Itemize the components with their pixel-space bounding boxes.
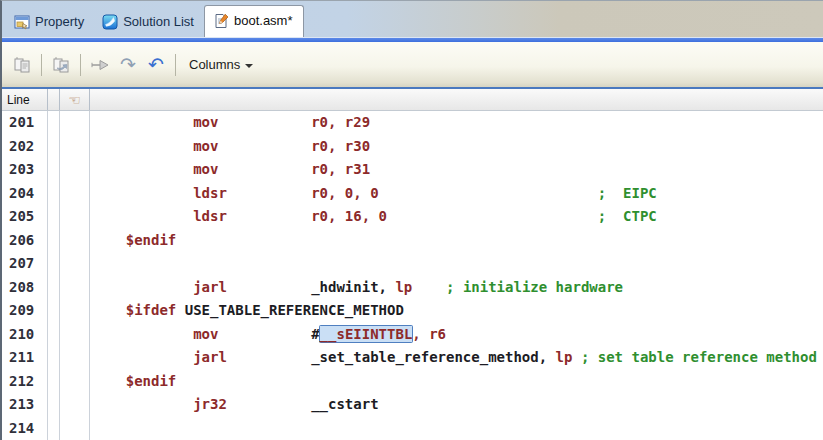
tab-boot-asm[interactable]: boot.asm* <box>204 5 304 37</box>
columns-dropdown-label: Columns <box>189 57 240 72</box>
code-line[interactable]: 208 jarl _hdwinit, lp ; initialize hardw… <box>2 276 823 300</box>
undo-button[interactable]: ↶ <box>142 51 170 79</box>
code-line[interactable]: 211 jarl _set_table_reference_method, lp… <box>2 346 823 370</box>
line-number: 213 <box>2 393 48 417</box>
marker-gutter[interactable] <box>48 393 60 417</box>
document-edit-icon <box>213 13 229 29</box>
marker-gutter[interactable] <box>48 111 60 135</box>
property-window-icon <box>14 14 30 30</box>
tab-property[interactable]: Property <box>6 8 94 37</box>
document-pair-arrow-icon <box>51 55 71 75</box>
address-gutter[interactable] <box>60 370 90 394</box>
address-gutter[interactable] <box>60 276 90 300</box>
address-gutter[interactable] <box>60 182 90 206</box>
code-line[interactable]: 210 mov #__sEIINTTBL, r6 <box>2 323 823 347</box>
address-gutter[interactable] <box>60 323 90 347</box>
address-gutter[interactable] <box>60 135 90 159</box>
solution-list-icon <box>102 14 118 30</box>
pointing-hand-icon: ☜ <box>68 92 81 108</box>
marker-gutter[interactable] <box>48 158 60 182</box>
marker-gutter[interactable] <box>48 323 60 347</box>
code-line[interactable]: 207 <box>2 252 823 276</box>
toolbar-separator <box>80 54 81 76</box>
address-gutter[interactable] <box>60 252 90 276</box>
toolbar-separator <box>41 54 42 76</box>
document-pair-icon <box>12 55 32 75</box>
code-column-header <box>90 89 823 110</box>
address-column-header: ☜ <box>60 89 90 110</box>
line-number: 207 <box>2 252 48 276</box>
editor-toolbar: ↷ ↶ Columns <box>2 42 823 87</box>
line-number: 214 <box>2 417 48 440</box>
code-line[interactable]: 204 ldsr r0, 0, 0 ; EIPC <box>2 182 823 206</box>
address-gutter[interactable] <box>60 111 90 135</box>
code-text: jr32 __cstart <box>90 393 823 417</box>
marker-gutter[interactable] <box>48 205 60 229</box>
dropdown-arrow-icon <box>245 64 253 68</box>
redo-icon: ↷ <box>120 55 136 74</box>
code-text <box>90 417 823 440</box>
code-text: mov r0, r31 <box>90 158 823 182</box>
code-text: ldsr r0, 16, 0 ; CTPC <box>90 205 823 229</box>
marker-column-header <box>48 89 60 110</box>
forward-button[interactable] <box>86 51 114 79</box>
code-line[interactable]: 201 mov r0, r29 <box>2 111 823 135</box>
forward-arrow-icon <box>89 56 111 74</box>
marker-gutter[interactable] <box>48 417 60 440</box>
address-gutter[interactable] <box>60 229 90 253</box>
editor-column-header: Line ☜ <box>2 89 823 111</box>
editor-window: Property Solution List <box>0 0 823 440</box>
code-text: mov r0, r30 <box>90 135 823 159</box>
line-number: 211 <box>2 346 48 370</box>
code-text: mov #__sEIINTTBL, r6 <box>90 323 823 347</box>
code-text: $endif <box>90 229 823 253</box>
tab-label: boot.asm* <box>234 13 293 28</box>
address-gutter[interactable] <box>60 205 90 229</box>
tab-solution-list[interactable]: Solution List <box>94 8 204 37</box>
address-gutter[interactable] <box>60 346 90 370</box>
document-compare-button[interactable] <box>8 51 36 79</box>
redo-button[interactable]: ↷ <box>114 51 142 79</box>
line-number: 210 <box>2 323 48 347</box>
marker-gutter[interactable] <box>48 276 60 300</box>
document-tab-bar: Property Solution List <box>2 1 823 37</box>
code-text: jarl _hdwinit, lp ; initialize hardware <box>90 276 823 300</box>
code-line[interactable]: 209 $ifdef USE_TABLE_REFERENCE_METHOD <box>2 299 823 323</box>
tab-label: Solution List <box>123 14 194 29</box>
marker-gutter[interactable] <box>48 370 60 394</box>
address-gutter[interactable] <box>60 393 90 417</box>
line-number: 212 <box>2 370 48 394</box>
marker-gutter[interactable] <box>48 229 60 253</box>
line-number: 209 <box>2 299 48 323</box>
address-gutter[interactable] <box>60 158 90 182</box>
marker-gutter[interactable] <box>48 182 60 206</box>
code-line[interactable]: 205 ldsr r0, 16, 0 ; CTPC <box>2 205 823 229</box>
tab-label: Property <box>35 14 84 29</box>
address-gutter[interactable] <box>60 417 90 440</box>
marker-gutter[interactable] <box>48 252 60 276</box>
undo-icon: ↶ <box>148 55 164 74</box>
code-line[interactable]: 206 $endif <box>2 229 823 253</box>
line-number: 204 <box>2 182 48 206</box>
code-area[interactable]: 201 mov r0, r29202 mov r0, r30203 mov r0… <box>2 111 823 440</box>
code-text: $ifdef USE_TABLE_REFERENCE_METHOD <box>90 299 823 323</box>
marker-gutter[interactable] <box>48 346 60 370</box>
line-number: 205 <box>2 205 48 229</box>
code-line[interactable]: 214 <box>2 417 823 440</box>
code-line[interactable]: 212 $endif <box>2 370 823 394</box>
code-text <box>90 252 823 276</box>
code-text: ldsr r0, 0, 0 ; EIPC <box>90 182 823 206</box>
marker-gutter[interactable] <box>48 135 60 159</box>
columns-dropdown[interactable]: Columns <box>181 53 261 76</box>
address-gutter[interactable] <box>60 299 90 323</box>
line-number: 202 <box>2 135 48 159</box>
code-line[interactable]: 213 jr32 __cstart <box>2 393 823 417</box>
line-number: 208 <box>2 276 48 300</box>
code-line[interactable]: 202 mov r0, r30 <box>2 135 823 159</box>
toolbar-separator <box>175 54 176 76</box>
line-column-header: Line <box>2 89 48 110</box>
marker-gutter[interactable] <box>48 299 60 323</box>
document-sync-button[interactable] <box>47 51 75 79</box>
code-line[interactable]: 203 mov r0, r31 <box>2 158 823 182</box>
selected-text: __sEIINTTBL <box>320 326 413 342</box>
